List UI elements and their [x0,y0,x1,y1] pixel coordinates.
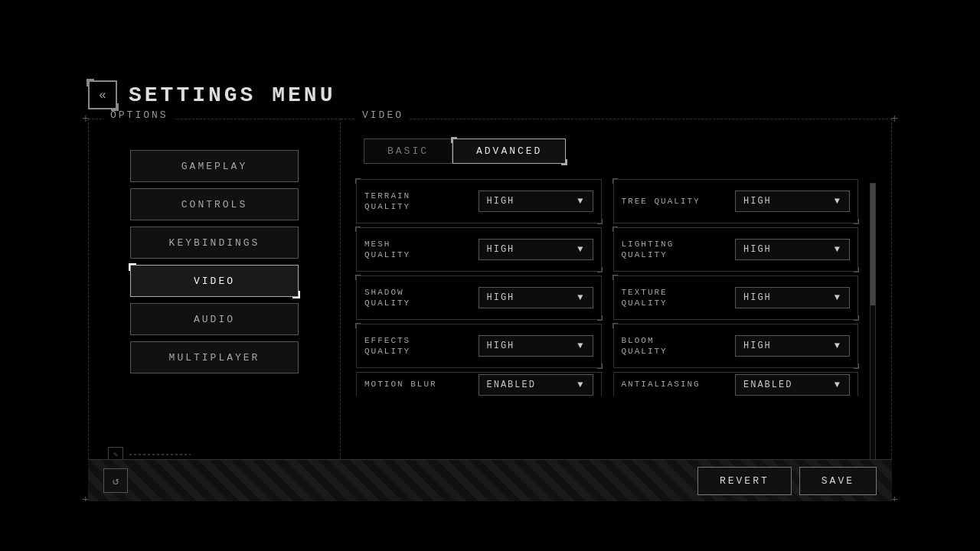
nav-btn-keybindings[interactable]: KEYBINDINGS [130,227,299,259]
tree-quality-arrow: ▼ [835,196,841,207]
settings-column-left: TERRAINQUALITY HIGH ▼ MESHQUALITY HIGH ▼… [356,179,602,493]
lighting-quality-arrow: ▼ [835,244,841,255]
antialiasing-dropdown[interactable]: ENABLED ▼ [735,374,850,396]
tree-quality-dropdown[interactable]: HIGH ▼ [735,191,850,212]
settings-column-right: TREE QUALITY HIGH ▼ LIGHTINGQUALITY HIGH… [613,179,859,493]
tabs-row: BASIC ADVANCED [341,119,891,171]
effects-quality-label: EFFECTSQUALITY [364,335,449,357]
mesh-quality-label: MESHQUALITY [364,239,449,261]
lighting-quality-value: HIGH [743,244,772,255]
shadow-quality-dropdown[interactable]: HIGH ▼ [479,287,593,308]
mesh-quality-arrow: ▼ [577,244,584,255]
texture-quality-arrow: ▼ [835,292,841,303]
revert-button[interactable]: REVERT [697,467,792,495]
action-left: ↺ [103,468,128,493]
bloom-quality-arrow: ▼ [835,341,841,351]
action-bar: ↺ REVERT SAVE [88,459,892,501]
setting-motion-blur: MOTION BLUR ENABLED ▼ [356,372,602,396]
tab-basic[interactable]: BASIC [364,139,452,164]
bloom-quality-label: BLOOMQUALITY [622,335,706,357]
setting-effects-quality: EFFECTSQUALITY HIGH ▼ [356,324,602,368]
bloom-quality-dropdown[interactable]: HIGH ▼ [735,335,850,357]
undo-icon[interactable]: ↺ [103,468,128,493]
antialiasing-arrow: ▼ [835,380,841,390]
setting-tree-quality: TREE QUALITY HIGH ▼ [613,179,859,223]
setting-antialiasing: ANTIALIASING ENABLED ▼ [613,372,859,396]
lighting-quality-dropdown[interactable]: HIGH ▼ [735,239,850,260]
page-title: SETTINGS MENU [129,83,335,107]
video-panel-label: VIDEO [356,109,410,121]
texture-quality-dropdown[interactable]: HIGH ▼ [735,287,850,308]
effects-quality-value: HIGH [487,341,515,351]
left-panel: OPTIONS GAMEPLAY CONTROLS KEYBINDINGS VI… [88,119,341,501]
header: « SETTINGS MENU [88,80,335,109]
shadow-quality-label: SHADOWQUALITY [364,287,449,309]
motion-blur-label: MOTION BLUR [364,379,449,390]
shadow-quality-arrow: ▼ [577,292,584,303]
tab-advanced[interactable]: ADVANCED [452,139,566,164]
tree-quality-value: HIGH [743,196,772,207]
main-container: + + OPTIONS GAMEPLAY CONTROLS KEYBINDING… [88,119,892,501]
options-panel-label: OPTIONS [104,109,175,121]
nav-btn-controls[interactable]: CONTROLS [130,188,299,220]
terrain-quality-value: HIGH [487,196,515,207]
tree-quality-label: TREE QUALITY [622,196,706,207]
motion-blur-arrow: ▼ [577,380,584,390]
setting-texture-quality: TEXTUREQUALITY HIGH ▼ [613,276,859,320]
scrollbar-thumb[interactable] [871,184,875,305]
antialiasing-value: ENABLED [743,380,792,390]
bloom-quality-value: HIGH [743,341,772,351]
motion-blur-value: ENABLED [487,380,536,390]
shadow-quality-value: HIGH [487,292,515,303]
lighting-quality-label: LIGHTINGQUALITY [622,239,706,261]
effects-quality-dropdown[interactable]: HIGH ▼ [479,335,593,357]
texture-quality-label: TEXTUREQUALITY [622,287,706,309]
setting-lighting-quality: LIGHTINGQUALITY HIGH ▼ [613,227,859,272]
nav-btn-multiplayer[interactable]: MULTIPLAYER [130,341,299,373]
back-button[interactable]: « [88,80,117,109]
setting-mesh-quality: MESHQUALITY HIGH ▼ [356,227,602,272]
scrollbar[interactable] [870,183,876,489]
mesh-quality-dropdown[interactable]: HIGH ▼ [479,239,593,260]
motion-blur-dropdown[interactable]: ENABLED ▼ [479,374,593,396]
terrain-quality-arrow: ▼ [577,196,584,207]
setting-bloom-quality: BLOOMQUALITY HIGH ▼ [613,324,859,368]
back-icon: « [100,88,106,102]
antialiasing-label: ANTIALIASING [622,379,706,390]
nav-btn-gameplay[interactable]: GAMEPLAY [130,150,299,182]
mesh-quality-value: HIGH [487,244,515,255]
texture-quality-value: HIGH [743,292,772,303]
nav-buttons: GAMEPLAY CONTROLS KEYBINDINGS VIDEO AUDI… [89,119,340,389]
terrain-quality-dropdown[interactable]: HIGH ▼ [479,191,593,212]
nav-btn-audio[interactable]: AUDIO [130,303,299,335]
setting-terrain-quality: TERRAINQUALITY HIGH ▼ [356,179,602,223]
save-button[interactable]: SAVE [799,467,877,495]
nav-btn-video[interactable]: VIDEO [130,265,299,297]
deco-line [129,454,191,455]
settings-area: TERRAINQUALITY HIGH ▼ MESHQUALITY HIGH ▼… [341,171,891,500]
effects-quality-arrow: ▼ [577,341,584,351]
setting-shadow-quality: SHADOWQUALITY HIGH ▼ [356,276,602,320]
terrain-quality-label: TERRAINQUALITY [364,191,449,213]
right-panel: VIDEO BASIC ADVANCED TERRAINQUALITY HIGH… [341,119,892,501]
